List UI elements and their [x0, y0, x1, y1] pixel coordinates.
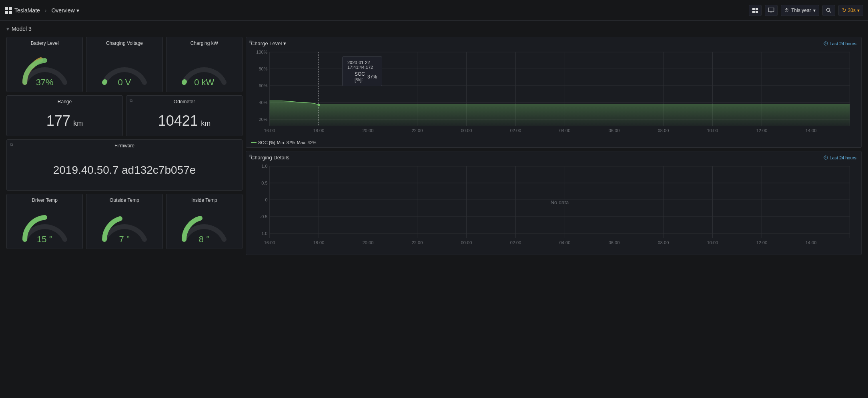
svg-text:06:00: 06:00: [609, 128, 620, 133]
charging-details-title: Charging Details: [251, 155, 289, 161]
odometer-value: 10421: [158, 113, 198, 129]
svg-rect-3: [756, 11, 758, 13]
gauge-row-top: Battery Level 37%: [6, 37, 243, 92]
tv-icon: [768, 8, 774, 13]
soc-legend-label: SOC [%]: [258, 140, 275, 145]
svg-text:22:00: 22:00: [412, 128, 423, 133]
page-title-button[interactable]: Overview ▾: [51, 7, 79, 14]
refresh-button[interactable]: ↻ 30s ▾: [838, 5, 863, 16]
time-range-arrow: ▾: [813, 8, 816, 13]
odometer-link-icon[interactable]: ⧉: [130, 98, 132, 103]
search-button[interactable]: [822, 5, 835, 16]
driver-temp-title: Driver Temp: [7, 194, 82, 205]
svg-text:16:00: 16:00: [264, 240, 275, 245]
topbar: TeslaMate › Overview ▾ ⏱ This year: [0, 0, 868, 21]
left-column: Battery Level 37%: [6, 37, 243, 255]
odometer-title: Odometer: [126, 96, 242, 106]
soc-legend-max: Max: 42%: [297, 140, 317, 145]
breadcrumb-sep: ›: [45, 7, 47, 14]
svg-rect-1: [756, 8, 758, 10]
charge-level-title: Charge Level: [251, 40, 282, 46]
battery-gauge-container: 37%: [7, 48, 82, 92]
section-header: ▾ Model 3: [6, 26, 862, 32]
topbar-right: ⏱ This year ▾ ↻ 30s ▾: [749, 5, 863, 16]
charge-chart-link-icon[interactable]: ⧉: [249, 40, 252, 44]
inside-temp-value: 8 °: [199, 234, 210, 245]
clock-icon: ⏱: [784, 8, 789, 13]
charging-details-link-icon[interactable]: ⧉: [249, 154, 252, 159]
svg-text:No data: No data: [551, 199, 569, 205]
svg-text:04:00: 04:00: [559, 240, 571, 245]
tooltip-time: 2020-01-22 17:41:44.172: [347, 60, 377, 70]
charging-voltage-panel: Charging Voltage 0 V: [86, 37, 162, 92]
range-value-panel: 177 km: [7, 106, 122, 136]
svg-text:18:00: 18:00: [313, 128, 325, 133]
svg-text:02:00: 02:00: [510, 128, 521, 133]
firmware-value: 2019.40.50.7 ad132c7b057e: [53, 164, 196, 177]
svg-line-11: [826, 44, 827, 44]
svg-text:12:00: 12:00: [756, 128, 768, 133]
outside-temp-title: Outside Temp: [86, 194, 162, 205]
odometer-panel: ⧉ Odometer 10421 km: [126, 95, 243, 136]
charging-details-time-range: Last 24 hours: [824, 155, 856, 160]
svg-text:1.0: 1.0: [261, 164, 267, 169]
battery-level-title: Battery Level: [7, 37, 82, 48]
driver-temp-value: 15 °: [37, 234, 52, 245]
tv-button[interactable]: [765, 5, 778, 16]
time-range-button[interactable]: ⏱ This year ▾: [781, 5, 819, 16]
logo-icon: [5, 7, 12, 14]
svg-text:0.5: 0.5: [261, 181, 267, 185]
section-toggle[interactable]: ▾: [6, 26, 9, 32]
svg-point-49: [318, 104, 320, 106]
svg-text:20:00: 20:00: [363, 128, 374, 133]
svg-text:0: 0: [265, 197, 267, 202]
battery-level-panel: Battery Level 37%: [6, 37, 83, 92]
svg-text:06:00: 06:00: [609, 240, 620, 245]
right-column: ⧉ Charge Level ▾ Last 24 hours: [246, 37, 862, 255]
firmware-panel: ⧉ Firmware 2019.40.50.7 ad132c7b057e: [6, 139, 243, 191]
svg-text:22:00: 22:00: [412, 240, 423, 245]
svg-text:60%: 60%: [259, 83, 267, 88]
svg-text:08:00: 08:00: [658, 240, 669, 245]
svg-text:16:00: 16:00: [264, 128, 275, 133]
svg-text:00:00: 00:00: [461, 240, 472, 245]
outside-temp-panel: Outside Temp 7 °: [86, 194, 162, 249]
tooltip-row: — SOC [%]: 37%: [347, 71, 377, 82]
svg-text:20%: 20%: [259, 117, 267, 122]
panel-layout-button[interactable]: [749, 5, 762, 16]
clock-icon-chart: [824, 41, 828, 46]
time-range-label: This year: [791, 8, 811, 13]
odometer-value-panel: 10421 km: [126, 106, 242, 136]
svg-text:04:00: 04:00: [559, 128, 571, 133]
charging-voltage-value: 0 V: [118, 77, 131, 88]
charging-voltage-gauge-container: 0 V: [86, 48, 162, 92]
info-row: Range 177 km ⧉ Odometer 10421: [6, 95, 243, 136]
charge-chart-header: Charge Level ▾ Last 24 hours: [246, 37, 861, 46]
svg-point-7: [827, 8, 830, 12]
soc-legend-item: SOC [%] Min: 37% Max: 42%: [251, 140, 317, 145]
svg-text:-1.0: -1.0: [260, 231, 268, 236]
svg-text:14:00: 14:00: [806, 128, 817, 133]
refresh-rate-label: 30s: [848, 8, 856, 13]
charging-details-chart-panel: ⧉ Charging Details Last 24 hours: [246, 151, 862, 255]
firmware-link-icon[interactable]: ⧉: [10, 142, 13, 147]
range-value: 177: [46, 113, 70, 129]
range-panel: Range 177 km: [6, 95, 123, 136]
panel-layout-icon: [752, 8, 758, 13]
charging-details-title-button[interactable]: Charging Details: [251, 155, 289, 161]
svg-text:100%: 100%: [256, 50, 267, 54]
driver-temp-gauge-container: 15 °: [7, 205, 82, 249]
svg-line-8: [830, 11, 831, 13]
range-display: 177 km: [46, 113, 83, 129]
main-content: ▾ Model 3 Battery Level: [0, 21, 868, 260]
odometer-unit: km: [201, 119, 210, 127]
tooltip-label: SOC [%]:: [355, 71, 365, 82]
firmware-value-panel: 2019.40.50.7 ad132c7b057e: [7, 150, 242, 190]
firmware-title: Firmware: [7, 140, 242, 150]
charging-details-chart-header: Charging Details Last 24 hours: [246, 151, 861, 161]
outside-temp-value: 7 °: [119, 234, 130, 245]
tooltip-dash: —: [347, 74, 352, 80]
charge-level-title-button[interactable]: Charge Level ▾: [251, 40, 286, 46]
svg-text:02:00: 02:00: [510, 240, 521, 245]
soc-legend-color: [251, 142, 257, 143]
